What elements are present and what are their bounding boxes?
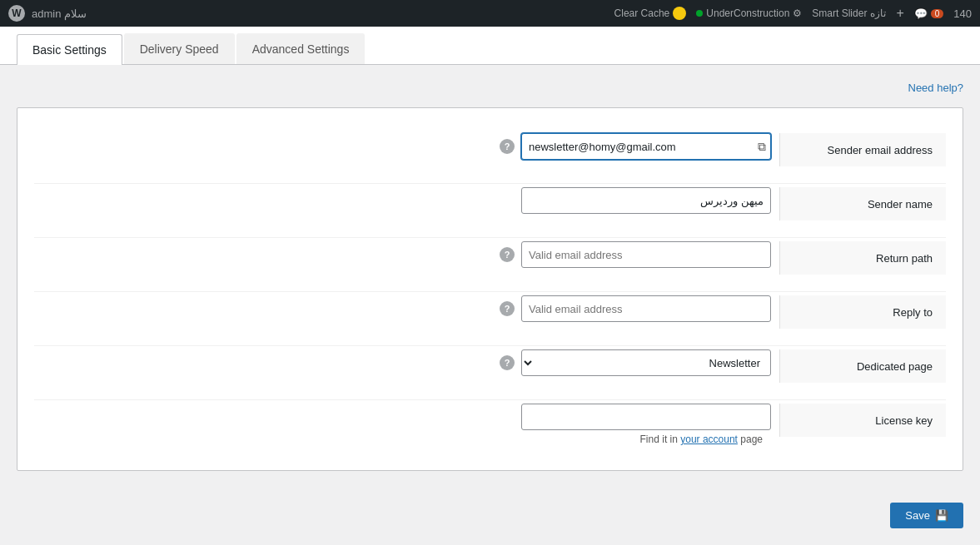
comment-count-item[interactable]: 💬 0 (914, 7, 944, 20)
dedicated-page-field-section: ? Newsletter (34, 349, 779, 376)
dedicated-page-select[interactable]: Newsletter (521, 349, 771, 376)
sender-name-row: Sender name (34, 187, 946, 220)
tab-basic-settings[interactable]: Basic Settings (17, 34, 122, 65)
admin-bar: W سلام admin Clear Cache UnderConstructi… (0, 0, 980, 27)
admin-bar-right: Clear Cache UnderConstruction ⚙ Smart Sl… (614, 6, 972, 21)
page-content: Basic Settings Delivery Speed Advanced S… (0, 27, 980, 545)
add-new-button[interactable]: + (896, 6, 903, 21)
return-path-help-icon[interactable]: ? (500, 247, 515, 262)
sender-email-help-icon[interactable]: ? (500, 139, 515, 154)
sender-email-input-wrapper: ⧉ (521, 133, 771, 160)
return-path-field-section: ? (34, 241, 779, 268)
license-key-row: Find it in your account page License key (34, 404, 946, 445)
dedicated-page-label: Dedicated page (779, 349, 946, 383)
gear-icon: ⚙ (793, 7, 802, 19)
sender-email-label: Sender email address (779, 133, 946, 166)
return-path-row: ? Return path (34, 241, 946, 275)
green-dot-icon (696, 10, 703, 17)
dedicated-page-help-icon[interactable]: ? (500, 355, 515, 370)
reply-to-row: ? Reply to (34, 295, 946, 329)
return-path-input[interactable] (521, 241, 771, 268)
license-hint: Find it in your account page (640, 434, 771, 445)
sender-email-field-section: ? ⧉ (34, 133, 779, 160)
your-account-link[interactable]: your account (680, 434, 738, 445)
smart-slider-item[interactable]: Smart Slider تازه (812, 7, 886, 19)
clear-cache-button[interactable]: Clear Cache (614, 7, 687, 20)
reply-to-help-icon[interactable]: ? (500, 301, 515, 316)
sender-email-input[interactable] (521, 133, 771, 160)
shield-icon (673, 7, 686, 20)
save-icon: 💾 (935, 509, 948, 522)
notif-count: 140 (953, 7, 972, 20)
tab-advanced-settings[interactable]: Advanced Settings (236, 33, 366, 64)
need-help-link[interactable]: Need help? (17, 82, 963, 94)
under-construction-item[interactable]: UnderConstruction ⚙ (696, 7, 802, 19)
settings-card: ? ⧉ Sender email address Sender name (17, 107, 963, 471)
sender-name-input[interactable] (521, 187, 771, 214)
sender-name-field-section (34, 187, 779, 214)
tabs-wrapper: Basic Settings Delivery Speed Advanced S… (0, 27, 980, 65)
license-key-input[interactable] (521, 404, 771, 430)
dedicated-page-row: ? Newsletter Dedicated page (34, 349, 946, 383)
tab-delivery-speed[interactable]: Delivery Speed (124, 33, 235, 64)
wp-logo: W (8, 5, 25, 22)
reply-to-input[interactable] (521, 295, 771, 322)
save-button[interactable]: Save 💾 (890, 503, 963, 528)
admin-name: سلام admin (32, 7, 87, 20)
return-path-label: Return path (779, 241, 946, 275)
email-copy-button[interactable]: ⧉ (758, 140, 766, 154)
sender-email-row: ? ⧉ Sender email address (34, 133, 946, 166)
reply-to-field-section: ? (34, 295, 779, 322)
comment-icon: 💬 (914, 7, 928, 20)
license-key-field-section: Find it in your account page (34, 404, 779, 445)
main-content: Need help? ? ⧉ Sender email address (0, 65, 980, 488)
sender-name-label: Sender name (779, 187, 946, 220)
admin-bar-left: W سلام admin (8, 5, 87, 22)
reply-to-label: Reply to (779, 295, 946, 329)
license-key-label: License key (779, 404, 946, 437)
save-bar: Save 💾 (890, 503, 963, 528)
